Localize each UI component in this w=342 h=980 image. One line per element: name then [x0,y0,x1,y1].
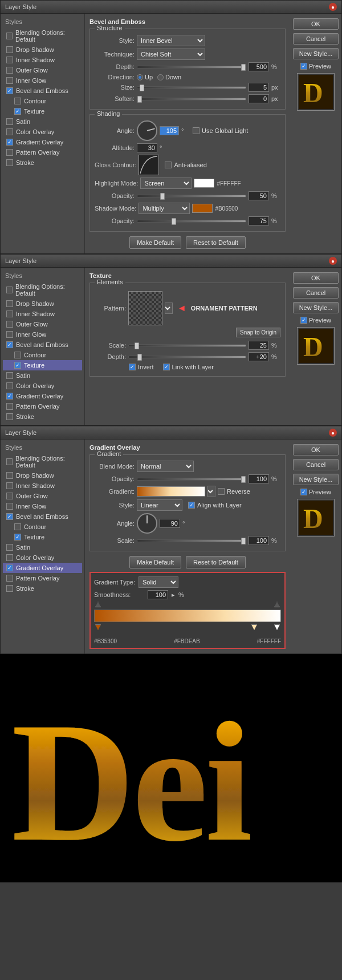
cb-align-layer[interactable] [188,502,195,509]
angle-dial-3[interactable] [137,513,157,534]
anti-aliased-check[interactable]: Anti-aliased [165,162,206,168]
sidebar-item-stroke-2[interactable]: Stroke [3,412,82,422]
sidebar-item-satin-2[interactable]: Satin [3,370,82,381]
technique-select[interactable]: Chisel Soft [137,49,205,60]
cb-drop-shadow-2[interactable] [6,300,13,307]
sidebar-item-outer-glow[interactable]: Outer Glow [3,65,82,75]
cb-color-overlay-2[interactable] [6,382,13,389]
sidebar-item-blending-2[interactable]: Blending Options: Default [3,281,82,299]
cb-bevel-3[interactable] [6,513,13,520]
sidebar-item-stroke-3[interactable]: Stroke [3,583,82,594]
sidebar-item-blending[interactable]: Blending Options: Default [3,27,82,45]
opacity-slider-3[interactable] [137,478,246,481]
cb-contour[interactable] [14,98,21,104]
cancel-btn-2[interactable]: Cancel [293,287,339,299]
cb-anti-aliased[interactable] [165,162,172,168]
altitude-input[interactable] [137,143,157,152]
cb-reverse[interactable] [218,488,225,495]
sidebar-item-drop-shadow-2[interactable]: Drop Shadow [3,299,82,309]
color-stop-left[interactable] [95,624,101,630]
cb-stroke-2[interactable] [6,413,13,420]
sidebar-item-texture-3[interactable]: Texture [3,532,82,542]
new-style-btn-1[interactable]: New Style... [293,48,339,59]
sidebar-item-inner-glow-3[interactable]: Inner Glow [3,501,82,511]
sidebar-item-drop-shadow[interactable]: Drop Shadow [3,45,82,55]
cb-link-layer[interactable] [163,364,170,370]
cb-outer-glow-2[interactable] [6,321,13,328]
gradient-picker-btn[interactable] [207,486,215,497]
sidebar-item-color-overlay[interactable]: Color Overlay [3,127,82,137]
cb-inner-glow[interactable] [6,77,13,84]
radio-up[interactable]: Up [137,74,153,80]
shadow-opacity-slider[interactable] [137,220,246,223]
link-layer-check[interactable]: Link with Layer [163,364,214,370]
cb-contour-3[interactable] [14,523,21,530]
cb-color-overlay-3[interactable] [6,554,13,561]
new-style-btn-3[interactable]: New Style... [293,474,339,485]
sidebar-item-texture[interactable]: Texture [3,106,82,116]
cb-satin[interactable] [6,118,13,125]
color-stop-mid[interactable] [251,624,257,630]
preview-cb-3[interactable] [300,489,307,495]
soften-slider[interactable] [137,98,246,100]
cb-pattern-overlay[interactable] [6,149,13,156]
cb-satin-2[interactable] [6,372,13,379]
sidebar-item-bevel[interactable]: Bevel and Emboss [3,86,82,96]
cb-blending-3[interactable] [6,458,13,465]
gradient-type-select[interactable]: Solid [139,576,178,588]
cb-outer-glow-3[interactable] [6,493,13,499]
sidebar-item-satin[interactable]: Satin [3,116,82,127]
align-layer-check[interactable]: Align with Layer [188,502,242,509]
sidebar-item-texture-2[interactable]: Texture [3,360,82,370]
blend-mode-select[interactable]: Normal [137,461,194,472]
sidebar-item-inner-glow[interactable]: Inner Glow [3,75,82,86]
sidebar-item-pattern-overlay-2[interactable]: Pattern Overlay [3,401,82,412]
reset-default-btn-1[interactable]: Reset to Default [186,236,246,249]
cb-inner-shadow[interactable] [6,57,13,63]
cancel-btn-3[interactable]: Cancel [293,459,339,470]
snap-to-origin-btn[interactable]: Snap to Origin [236,328,280,337]
shadow-opacity-input[interactable] [249,216,269,225]
shadow-color-swatch[interactable] [192,204,213,213]
scale-input-3[interactable] [249,536,269,545]
style-select-3[interactable]: Linear [137,499,182,511]
cb-gradient-overlay-3[interactable] [6,564,13,571]
sidebar-item-contour-3[interactable]: Contour [3,522,82,532]
scale-slider-3[interactable] [137,539,246,542]
pattern-select[interactable] [165,303,173,314]
cb-inner-shadow-3[interactable] [6,482,13,489]
ok-btn-1[interactable]: OK [293,18,339,30]
sidebar-item-contour[interactable]: Contour [3,96,82,106]
cb-blending[interactable] [6,33,13,39]
sidebar-item-blending-3[interactable]: Blending Options: Default [3,453,82,470]
cb-inner-glow-3[interactable] [6,503,13,510]
gradient-bar[interactable] [137,486,205,497]
cb-texture[interactable] [14,108,21,115]
make-default-btn-1[interactable]: Make Default [129,236,181,249]
radio-down[interactable]: Down [157,74,181,80]
sidebar-item-pattern-overlay-3[interactable]: Pattern Overlay [3,573,82,583]
sidebar-item-inner-shadow-2[interactable]: Inner Shadow [3,309,82,319]
global-light-check[interactable]: Use Global Light [193,127,248,134]
opacity-stop-left[interactable] [95,602,101,607]
cb-contour-2[interactable] [14,352,21,358]
angle-input[interactable] [160,126,179,135]
contour-preview[interactable] [139,155,159,175]
sidebar-item-gradient-overlay[interactable]: Gradient Overlay [3,137,82,147]
angle-input-3[interactable] [160,519,180,528]
opacity-stop-right[interactable] [274,602,280,607]
soften-input[interactable] [249,94,269,103]
cb-pattern-overlay-3[interactable] [6,575,13,582]
preview-cb-1[interactable] [300,63,307,70]
reset-default-btn-3[interactable]: Reset to Default [186,556,246,568]
cb-inner-shadow-2[interactable] [6,310,13,317]
depth-input[interactable] [249,62,269,71]
smoothness-stepper[interactable]: ▸ [172,591,175,599]
pattern-preview[interactable] [128,291,162,325]
new-style-btn-2[interactable]: New Style... [293,302,339,313]
depth-slider-2[interactable] [128,356,246,358]
cb-bevel-2[interactable] [6,341,13,348]
close-button-3[interactable]: ● [329,429,337,437]
ok-btn-3[interactable]: OK [293,444,339,455]
smoothness-input[interactable] [148,590,168,599]
